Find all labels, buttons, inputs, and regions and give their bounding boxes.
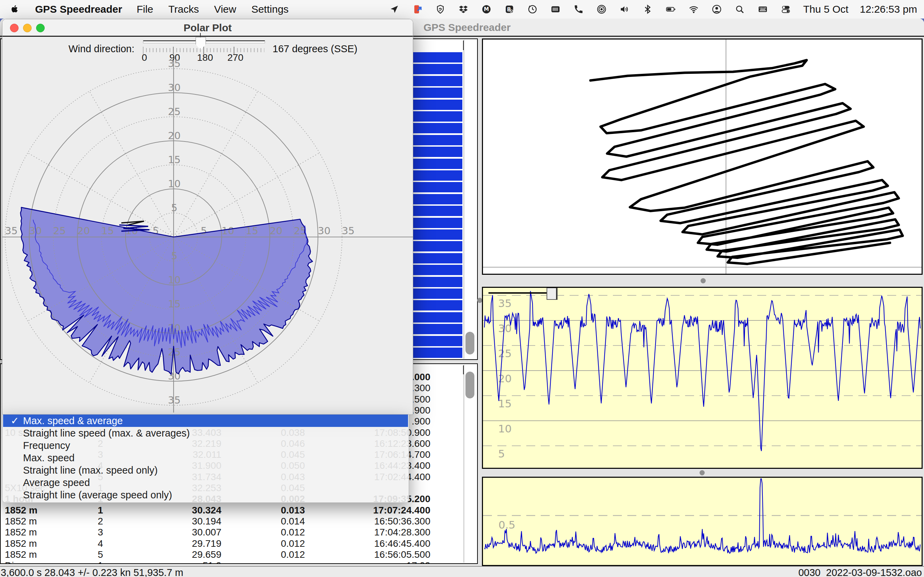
splitter-handle-dot[interactable] (701, 278, 706, 283)
cell-speed: 30.324 (145, 505, 221, 516)
table-row[interactable]: Di151,917:09 (1, 560, 477, 564)
barcode-icon[interactable] (550, 3, 561, 15)
polar-ring-label: 15 (168, 298, 181, 310)
menu-item-label: Max. speed & average (23, 414, 123, 427)
svg-text:M: M (484, 6, 489, 12)
cell-time: 16:56:05.500 (327, 549, 430, 560)
cell-label: 1852 m (5, 538, 87, 549)
cell-n: 3 (83, 527, 118, 538)
polar-ring-label: 35 (5, 225, 18, 237)
polar-titlebar-separator (2, 36, 413, 37)
polar-ring-label: 30 (318, 225, 331, 237)
cell-label: 1852 m (5, 505, 87, 516)
menu-item-5[interactable]: Average speed (3, 476, 408, 489)
polar-ring-label: 15 (102, 225, 114, 237)
user-icon[interactable] (711, 3, 722, 15)
polar-ring-label: 35 (342, 225, 355, 237)
menu-clock-date[interactable]: Thu 5 Oct (803, 3, 848, 15)
blocker-icon[interactable]: B (504, 3, 515, 15)
polar-ring-label: 5 (153, 225, 159, 237)
splitter-handle-dot[interactable] (699, 470, 705, 475)
m-circle-icon[interactable]: M (481, 3, 492, 15)
cell-n: 4 (83, 538, 118, 549)
splitter-handle-dot[interactable] (477, 298, 482, 303)
dropbox-icon[interactable] (457, 3, 469, 15)
menu-item-1[interactable]: Straight line speed (max. & averages) (3, 427, 408, 439)
polar-ring-label: 25 (168, 106, 181, 118)
menu-tracks[interactable]: Tracks (168, 3, 199, 15)
menu-bar: GPS Speedreader FileTracksViewSettings M… (0, 0, 924, 19)
spotlight-icon[interactable] (734, 3, 746, 15)
menu-item-6[interactable]: Straight line (average speed only) (3, 489, 408, 501)
cell-err: 0.012 (248, 549, 305, 560)
polar-ring-label: 10 (222, 225, 234, 237)
speed-axis-label: 5 (498, 448, 505, 460)
menu-item-label: Max. speed (23, 452, 74, 464)
cell-speed: 29.659 (145, 549, 221, 560)
menu-item-0[interactable]: ✓Max. speed & average (3, 414, 408, 427)
menu-item-3[interactable]: Max. speed (3, 452, 408, 464)
speed-axis-label: 35 (498, 297, 512, 309)
polar-window-titlebar[interactable]: Polar Plot (2, 19, 413, 36)
polar-window-title: Polar Plot (2, 22, 413, 34)
location-arrow-icon[interactable] (388, 3, 400, 15)
menu-settings[interactable]: Settings (251, 3, 288, 15)
menu-file[interactable]: File (136, 3, 153, 15)
menu-item-4[interactable]: Straight line (max. speed only) (3, 464, 408, 476)
cell-label: 1852 m (5, 549, 87, 560)
accuracy-chart[interactable]: 0.5 (482, 477, 922, 566)
polar-ring-label: 35 (168, 394, 181, 406)
cell-speed: 29.719 (145, 538, 221, 549)
table-scrollbar-thumb[interactable] (465, 372, 474, 398)
accuracy-axis-label: 0.5 (498, 519, 515, 531)
menu-item-2[interactable]: Frequency (3, 439, 408, 452)
polar-ring-label: 30 (168, 82, 181, 93)
handoff-icon[interactable] (412, 3, 423, 15)
phone-icon[interactable] (573, 3, 585, 15)
table-row[interactable]: 1852 m230.1940.01416:50:36.300 (1, 516, 477, 527)
keyboard-icon[interactable] (757, 3, 769, 15)
cell-err: 0.012 (248, 538, 305, 549)
bluetooth-icon[interactable] (642, 3, 653, 15)
wind-direction-value: 167 degrees (SSE) (273, 43, 357, 55)
polar-ring-label: 20 (270, 225, 283, 237)
polar-plot-window: Polar Plot Wind direction: 090180270 167… (2, 19, 413, 415)
gps-track-plot[interactable] (482, 39, 922, 275)
cell-time: 16:50:36.300 (327, 516, 430, 527)
cell-speed: 51,9 (145, 560, 221, 564)
cell-speed: 30.007 (145, 527, 221, 538)
apple-menu-icon[interactable] (9, 3, 21, 15)
wifi-icon[interactable] (688, 3, 699, 15)
battery-icon[interactable] (665, 3, 677, 15)
cell-err: 0.013 (248, 505, 305, 516)
menu-view[interactable]: View (214, 3, 236, 15)
list-scrollbar-thumb[interactable] (465, 332, 474, 355)
polar-chart: 5555101010101515151520202020252525253030… (2, 55, 413, 415)
polar-ring-label: 10 (168, 274, 181, 286)
table-row[interactable]: 1852 m429.7190.01216:46:45.400 (1, 538, 477, 549)
table-row[interactable]: 1852 m330.0070.01217:04:28.300 (1, 527, 477, 538)
plot-type-menu: ✓Max. speed & averageStraight line speed… (2, 414, 409, 503)
table-row[interactable]: 1852 m529.6590.01216:56:05.500 (1, 549, 477, 560)
app-menu-name[interactable]: GPS Speedreader (35, 3, 122, 15)
speed-axis-label: 25 (498, 347, 512, 359)
time-machine-icon[interactable] (527, 3, 538, 15)
cell-err: 0.014 (248, 516, 305, 527)
volume-icon[interactable] (619, 3, 630, 15)
cell-label: Di (5, 560, 87, 564)
speed-axis-label: 10 (498, 422, 512, 435)
desktop: GPS Speedreader FileTracksViewSettings M… (0, 0, 924, 577)
airplay-icon[interactable] (596, 3, 607, 15)
shield-icon[interactable] (435, 3, 446, 15)
control-center-icon[interactable] (780, 3, 792, 15)
table-row[interactable]: 1852 m130.3240.01317:07:24.400 (1, 505, 477, 516)
polar-ring-label: 30 (168, 370, 181, 382)
cell-n: 1 (83, 505, 118, 516)
cell-time: 16:46:45.400 (327, 538, 430, 549)
cell-n: 2 (83, 516, 118, 527)
menu-item-label: Straight line speed (max. & averages) (23, 427, 190, 439)
speed-chart[interactable]: 5101520253035 (482, 287, 922, 469)
menu-clock-time[interactable]: 12:26:53 pm (860, 3, 917, 15)
menu-item-label: Straight line (max. speed only) (23, 464, 158, 476)
table-header-tick (463, 366, 464, 374)
